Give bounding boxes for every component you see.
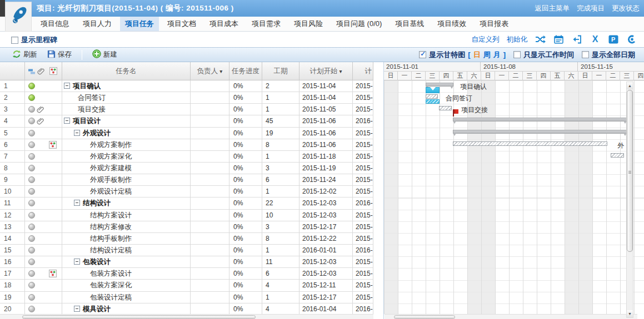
table-row[interactable]: 9外观手板制作0%62015-11-242015- — [0, 174, 373, 186]
plan-end-cell: 2015- — [353, 268, 373, 280]
collapse-icon[interactable] — [74, 200, 80, 206]
table-row[interactable]: 17包装方案设计0%62015-12-032015- — [0, 268, 373, 280]
gantt-bar-planned[interactable] — [439, 106, 452, 110]
project-icon[interactable]: P — [608, 34, 619, 45]
table-row[interactable]: 16包装设计0%112015-12-032015- — [0, 256, 373, 268]
gantt-hscroll-thumb[interactable] — [394, 315, 455, 319]
gantt-bar-planned[interactable] — [426, 94, 438, 99]
resource-icon[interactable] — [49, 141, 57, 151]
header-plan-start[interactable]: 计划开始 — [299, 62, 353, 80]
header-duration[interactable]: 工期 — [262, 62, 299, 80]
worktime-only-checkbox[interactable] — [513, 51, 521, 58]
collapse-icon[interactable] — [74, 306, 80, 312]
gantt-bar-planned[interactable] — [453, 141, 607, 146]
tab-3[interactable]: 项目任务 — [120, 17, 159, 31]
swirl-icon[interactable] — [626, 34, 637, 45]
table-row[interactable]: 6外观方案制作0%82015-11-062015- — [0, 139, 373, 151]
collapse-icon[interactable] — [64, 118, 70, 124]
save-button[interactable]: 保存 — [47, 50, 72, 60]
row-icons — [25, 139, 62, 151]
gantt-day-label: 三 — [523, 72, 537, 80]
table-row[interactable]: 20模具设计0%42016-01-042016- — [0, 303, 373, 314]
collapse-icon[interactable] — [74, 130, 80, 136]
tab-8[interactable]: 项目问题 (0/0) — [331, 17, 387, 31]
table-row[interactable]: 10外观设计定稿0%12015-12-022015- — [0, 186, 373, 198]
tab-5[interactable]: 项目成本 — [204, 17, 243, 31]
gantt-bar-solid[interactable] — [426, 87, 440, 93]
tab-9[interactable]: 项目基线 — [390, 17, 429, 31]
gantt-bar-summary[interactable] — [453, 118, 627, 121]
table-row[interactable]: 4项目设计0%452015-11-062016- — [0, 115, 373, 127]
table-row[interactable]: 15结构设计定稿0%12016-01-012016- — [0, 245, 373, 256]
gantt-bar-planned[interactable] — [611, 153, 624, 158]
tab-7[interactable]: 项目风险 — [289, 17, 328, 31]
task-name: 包装方案深化 — [90, 281, 132, 289]
progress-cell: 0% — [229, 280, 262, 291]
header-owner[interactable]: 负责人 — [191, 62, 229, 80]
table-row[interactable]: 19包装设计定稿0%12015-12-172015- — [0, 292, 373, 303]
tab-10[interactable]: 项目绩效 — [432, 17, 471, 31]
table-row[interactable]: 18包装方案深化0%42015-12-112015- — [0, 280, 373, 291]
new-button[interactable]: 新建 — [92, 49, 117, 60]
gantt-horizontal-scrollbar — [385, 314, 637, 319]
refresh-button[interactable]: 刷新 — [12, 50, 37, 60]
table-row[interactable]: 7外观方案深化0%12015-11-182015- — [0, 151, 373, 163]
tab-1[interactable]: 项目信息 — [36, 17, 74, 31]
all-dates-checkbox[interactable] — [582, 51, 589, 58]
header-task-name[interactable]: 任务名 — [62, 62, 191, 80]
tab-11[interactable]: 项目报表 — [475, 17, 513, 31]
table-row[interactable]: 5外观设计0%192015-11-062015- — [0, 128, 373, 139]
gantt-bar-summary[interactable] — [453, 130, 627, 134]
status-dot-icon — [28, 176, 35, 183]
finish-project-link[interactable]: 完成项目 — [577, 4, 605, 13]
table-row[interactable]: 2合同签订0%12015-11-042015- — [0, 92, 373, 104]
gantt-scale-month[interactable]: 月 — [493, 50, 501, 60]
change-status-link[interactable]: 更改状态 — [612, 4, 640, 13]
table-row[interactable]: 3项目交接0%12015-11-052015- — [0, 104, 373, 115]
show-milestone-checkbox[interactable] — [11, 37, 18, 44]
tab-2[interactable]: 项目人力 — [78, 17, 117, 31]
gantt-bars-icon[interactable] — [28, 68, 36, 77]
duration-cell: 6 — [262, 174, 299, 186]
row-number: 10 — [0, 186, 25, 198]
collapse-icon[interactable] — [64, 83, 70, 89]
gantt-scale-day[interactable]: 日 — [473, 50, 481, 60]
header-plan-end[interactable]: 计 — [353, 62, 373, 80]
excel-icon[interactable]: X — [590, 34, 601, 45]
attachment-icon[interactable] — [37, 67, 45, 77]
attachment-icon[interactable] — [37, 105, 44, 115]
table-row[interactable]: 12结构方案设计0%102015-12-032015- — [0, 210, 373, 221]
scroll-up-arrow[interactable]: ▲ — [627, 82, 633, 89]
table-row[interactable]: 8外观方案建模0%32015-11-192015- — [0, 163, 373, 174]
table-row[interactable]: 14结构手板制作0%82015-12-222015- — [0, 233, 373, 245]
table-hscroll-thumb[interactable] — [22, 315, 256, 319]
gantt-week-label: 2015-11-01 — [384, 62, 481, 72]
shuffle-icon[interactable] — [535, 34, 546, 45]
scroll-down-arrow[interactable]: ▼ — [627, 310, 633, 317]
tab-6[interactable]: 项目需求 — [247, 17, 286, 31]
customize-columns-link[interactable]: 自定义列 — [472, 35, 500, 44]
progress-cell: 0% — [229, 233, 262, 245]
resource-icon[interactable] — [49, 270, 57, 280]
initialize-link[interactable]: 初始化 — [507, 35, 528, 44]
back-to-main-menu-link[interactable]: 返回主菜单 — [535, 4, 570, 13]
plan-start-cell: 2015-11-18 — [299, 151, 353, 163]
table-row[interactable]: 11结构设计0%222015-12-032016- — [0, 198, 373, 209]
tab-4[interactable]: 项目文档 — [162, 17, 201, 31]
resource-icon[interactable] — [49, 67, 57, 77]
import-icon[interactable] — [571, 34, 582, 45]
gantt-bar-summary[interactable] — [426, 83, 453, 87]
calendar-icon[interactable] — [553, 34, 564, 45]
gantt-bar-actual[interactable] — [426, 99, 440, 104]
task-name-cell: 外观设计定稿 — [62, 186, 191, 198]
task-name-cell: 结构方案修改 — [62, 221, 191, 233]
collapse-icon[interactable] — [74, 259, 80, 265]
table-row[interactable]: 1项目确认0%22015-11-042015- — [0, 80, 373, 92]
app-logo[interactable] — [5, 2, 32, 32]
gantt-scale-week[interactable]: 周 — [483, 50, 491, 60]
header-progress[interactable]: 任务进度 — [229, 62, 262, 80]
gantt-vscroll-thumb[interactable] — [627, 90, 633, 252]
show-gantt-checkbox[interactable] — [419, 51, 426, 58]
table-row[interactable]: 13结构方案修改0%32015-12-172015- — [0, 221, 373, 233]
attachment-icon[interactable] — [37, 117, 44, 127]
